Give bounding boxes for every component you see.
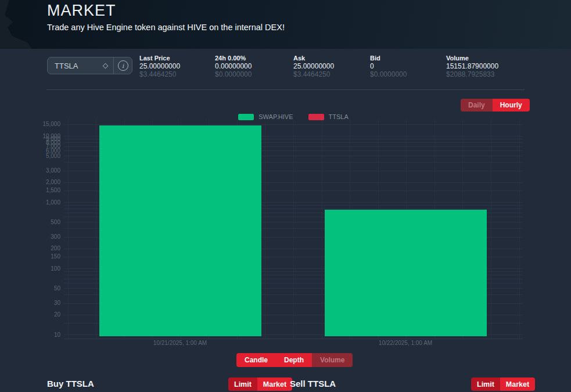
y-axis-label: 30	[0, 300, 60, 306]
market-page: MARKET Trade any Hive Engine token again…	[0, 0, 571, 392]
x-axis-label: 10/22/2025, 1:00 AM	[353, 340, 458, 346]
volume-bar-swap-hive	[325, 210, 487, 336]
vertical-gridline	[350, 119, 350, 339]
legend-swatch-icon	[238, 114, 254, 120]
y-axis-label: 3,000	[0, 167, 60, 174]
horizontal-gridline	[64, 146, 523, 147]
vertical-gridline	[237, 119, 238, 339]
stat-label: Last Price	[139, 54, 180, 62]
y-axis-label: 8,000	[0, 139, 60, 146]
vertical-gridline	[322, 119, 322, 339]
buy-order-mode-toggle: Limit Market	[228, 377, 292, 391]
interval-toggle: Daily Hourly	[461, 99, 530, 112]
horizontal-gridline	[64, 335, 523, 335]
horizontal-gridline	[64, 323, 523, 323]
token-selector-control: TTSLA i	[47, 57, 132, 74]
vertical-gridline	[378, 119, 379, 339]
stat-last-price: Last Price 25.00000000 $3.4464250	[139, 54, 180, 78]
vertical-gridline	[68, 119, 69, 339]
x-axis-line	[64, 339, 523, 339]
stat-value: 15151.87900000	[446, 62, 498, 70]
stat-ask: Ask 25.00000000 $3.4464250	[293, 54, 334, 78]
y-axis-label: 9,000	[0, 136, 60, 142]
horizontal-gridline	[64, 208, 523, 209]
horizontal-gridline	[64, 205, 523, 206]
stat-label: Bid	[370, 54, 407, 62]
depth-tab-button[interactable]: Depth	[276, 353, 312, 367]
horizontal-gridline	[64, 190, 523, 191]
horizontal-gridline	[64, 271, 523, 272]
stat-volume: Volume 15151.87900000 $2088.7925833	[446, 54, 498, 78]
horizontal-gridline	[64, 136, 523, 136]
buy-market-button[interactable]: Market	[257, 377, 292, 391]
vertical-gridline	[293, 119, 294, 339]
stat-usd: $2088.7925833	[446, 70, 498, 78]
horizontal-gridline	[64, 150, 523, 151]
legend-swatch-icon	[308, 114, 324, 120]
hourly-button[interactable]: Hourly	[493, 99, 530, 112]
page-header-banner: MARKET Trade any Hive Engine token again…	[0, 0, 571, 49]
horizontal-gridline	[64, 303, 523, 304]
vertical-gridline	[406, 119, 407, 339]
buy-section-title: Buy TTSLA	[47, 379, 94, 389]
token-info-button[interactable]: i	[113, 57, 132, 74]
section-divider	[46, 89, 525, 90]
horizontal-gridline	[64, 268, 523, 269]
chart-type-toggle: Candle Depth Volume	[236, 353, 353, 367]
horizontal-gridline	[64, 217, 523, 217]
sell-market-button[interactable]: Market	[500, 377, 535, 391]
volume-tab-button[interactable]: Volume	[312, 353, 353, 367]
y-axis-label: 1,000	[0, 199, 60, 206]
horizontal-gridline	[64, 249, 523, 249]
info-icon: i	[118, 60, 128, 71]
horizontal-gridline	[64, 275, 523, 275]
y-axis-label: 200	[0, 245, 60, 251]
daily-button[interactable]: Daily	[461, 99, 493, 112]
y-axis-label: 15,000	[0, 121, 60, 127]
vertical-gridline	[519, 119, 520, 339]
vertical-gridline	[434, 119, 435, 339]
candle-tab-button[interactable]: Candle	[236, 353, 276, 367]
y-axis-label: 300	[0, 233, 60, 240]
horizontal-gridline	[64, 202, 523, 203]
horizontal-gridline	[64, 288, 523, 289]
horizontal-gridline	[64, 257, 523, 257]
horizontal-gridline	[64, 171, 523, 171]
horizontal-gridline	[64, 237, 523, 238]
y-axis-label: 100	[0, 265, 60, 272]
vertical-gridline	[181, 119, 181, 339]
stat-label: 24h 0.00%	[215, 54, 252, 62]
horizontal-gridline	[64, 294, 523, 295]
stat-24h-change: 24h 0.00% 0.00000000 $0.0000000	[215, 54, 252, 78]
vertical-gridline	[462, 119, 463, 339]
y-axis-label: 20	[0, 311, 60, 318]
y-axis-label: 1,500	[0, 187, 60, 193]
horizontal-gridline	[64, 222, 523, 222]
y-axis-label: 5,000	[0, 153, 60, 159]
stat-value: 25.00000000	[293, 62, 334, 70]
legend-label: SWAP.HIVE	[258, 113, 293, 120]
legend-item-ttsla[interactable]: TTSLA	[308, 113, 349, 120]
horizontal-gridline	[64, 315, 523, 315]
buy-limit-button[interactable]: Limit	[228, 377, 257, 391]
stat-label: Volume	[446, 54, 498, 62]
horizontal-gridline	[64, 228, 523, 229]
page-title: MARKET	[47, 2, 116, 20]
token-select-value: TTSLA	[55, 62, 78, 70]
vertical-gridline	[96, 119, 96, 339]
sell-limit-button[interactable]: Limit	[471, 377, 500, 391]
horizontal-gridline	[64, 139, 523, 139]
y-axis-label: 2,000	[0, 179, 60, 185]
horizontal-gridline	[64, 213, 523, 213]
y-axis-label: 500	[0, 219, 60, 225]
y-axis-label: 10,000	[0, 133, 60, 139]
vertical-gridline	[124, 119, 125, 339]
legend-item-swap-hive[interactable]: SWAP.HIVE	[238, 113, 293, 120]
legend-label: TTSLA	[329, 113, 349, 120]
chart-legend: SWAP.HIVETTSLA	[64, 113, 523, 120]
page-subtitle: Trade any Hive Engine token against HIVE…	[47, 23, 285, 32]
horizontal-gridline	[64, 142, 523, 143]
token-select[interactable]: TTSLA	[48, 57, 113, 74]
y-axis-label: 6,000	[0, 148, 60, 154]
sell-order-mode-toggle: Limit Market	[471, 377, 535, 391]
